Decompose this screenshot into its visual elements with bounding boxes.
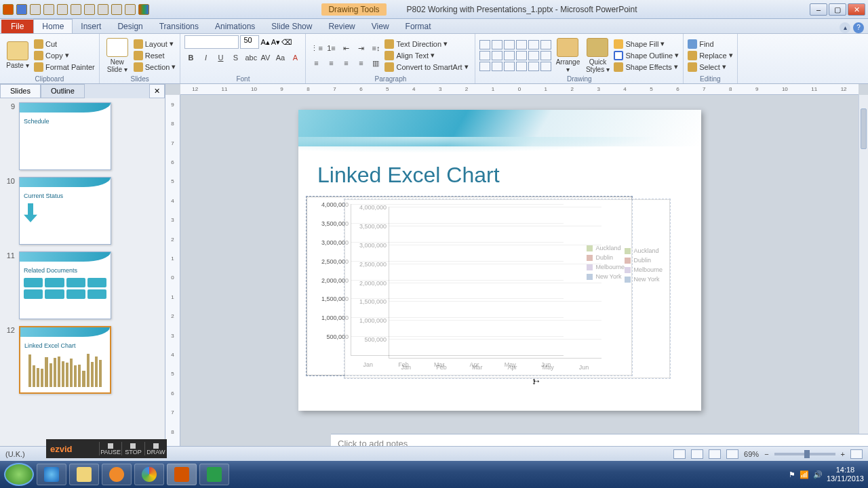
shrink-font-icon[interactable]: A▾ <box>271 38 280 47</box>
tab-review[interactable]: Review <box>320 20 363 33</box>
slide-thumbnail[interactable]: Schedule <box>19 102 111 170</box>
tray-flag-icon[interactable]: ⚑ <box>789 470 795 479</box>
paste-button[interactable]: Paste ▾ <box>4 41 31 69</box>
recorder-pause-button[interactable]: PAUSE <box>99 442 121 455</box>
strikethrough-button[interactable]: S <box>229 52 241 64</box>
spelling-icon[interactable] <box>125 4 136 15</box>
sorter-view-button[interactable] <box>691 449 703 459</box>
numbering-button[interactable]: 1≡ <box>325 42 337 54</box>
align-left-button[interactable]: ≡ <box>310 57 322 69</box>
minimize-button[interactable]: – <box>810 3 827 16</box>
select-button[interactable]: Select ▾ <box>688 62 732 73</box>
clear-format-icon[interactable]: ⌫ <box>281 38 292 47</box>
replace-button[interactable]: Replace ▾ <box>688 50 732 61</box>
font-color-button[interactable]: A <box>289 52 301 64</box>
tab-home[interactable]: Home <box>33 19 73 33</box>
taskbar-excel[interactable] <box>199 464 229 485</box>
open-icon[interactable] <box>71 4 81 15</box>
zoom-in-button[interactable]: + <box>841 450 845 458</box>
fit-window-button[interactable] <box>850 449 863 459</box>
taskbar-explorer[interactable] <box>69 464 99 485</box>
zoom-level[interactable]: 69% <box>744 450 759 458</box>
shadow-button[interactable]: abc <box>244 52 256 64</box>
minimize-ribbon-icon[interactable]: ▴ <box>840 22 850 33</box>
tab-slide-show[interactable]: Slide Show <box>263 20 320 33</box>
recorder-stop-button[interactable]: STOP <box>121 442 144 455</box>
tab-transitions[interactable]: Transitions <box>151 20 207 33</box>
preview-icon[interactable] <box>111 4 122 15</box>
slide-thumbnail[interactable]: Linked Excel Chart <box>19 326 111 394</box>
cut-button[interactable]: Cut <box>34 39 95 49</box>
start-button[interactable] <box>4 463 34 486</box>
quickprint-icon[interactable] <box>98 4 108 15</box>
help-icon[interactable]: ? <box>853 22 864 33</box>
tab-outline[interactable]: Outline <box>41 84 85 98</box>
slide-canvas[interactable]: 1211109876543210123456789101112 98765432… <box>165 84 868 461</box>
email-icon[interactable] <box>84 4 95 15</box>
redo-icon[interactable] <box>43 4 54 15</box>
file-tab[interactable]: File <box>1 20 33 33</box>
underline-button[interactable]: U <box>214 52 226 64</box>
taskbar-media[interactable] <box>102 464 132 485</box>
thumbnail-list[interactable]: 9 Schedule 10 Current Status 11 Related … <box>0 98 165 461</box>
close-button[interactable]: ✕ <box>848 3 865 16</box>
font-name-select[interactable] <box>184 35 239 49</box>
tray-network-icon[interactable]: 📶 <box>800 470 809 479</box>
new-icon[interactable] <box>57 4 68 15</box>
slide-thumbnail[interactable]: Related Documents <box>19 251 111 319</box>
maximize-button[interactable]: ▢ <box>829 3 846 16</box>
normal-view-button[interactable] <box>673 449 686 459</box>
section-button[interactable]: Section ▾ <box>134 62 176 73</box>
slideshow-view-button[interactable] <box>726 449 738 459</box>
bold-button[interactable]: B <box>184 52 197 64</box>
char-spacing-button[interactable]: AV <box>259 52 271 64</box>
status-language[interactable]: (U.K.) <box>5 450 25 458</box>
quick-styles-button[interactable]: Quick Styles ▾ <box>584 38 611 73</box>
tab-view[interactable]: View <box>363 20 397 33</box>
taskbar-ie[interactable] <box>37 464 66 485</box>
reading-view-button[interactable] <box>709 449 721 459</box>
bullets-button[interactable]: ⋮≡ <box>310 42 322 54</box>
zoom-out-button[interactable]: − <box>764 450 768 458</box>
shape-outline-button[interactable]: Shape Outline ▾ <box>614 50 679 61</box>
save-icon[interactable] <box>16 4 27 15</box>
align-center-button[interactable]: ≡ <box>325 57 337 69</box>
justify-button[interactable]: ≡ <box>355 57 367 69</box>
new-slide-button[interactable]: New Slide ▾ <box>104 38 131 73</box>
arrange-button[interactable]: Arrange ▾ <box>554 38 581 73</box>
tray-volume-icon[interactable]: 🔊 <box>813 470 823 479</box>
tab-format[interactable]: Format <box>397 20 439 33</box>
layout-button[interactable]: Layout ▾ <box>134 39 176 49</box>
chart-icon[interactable] <box>138 4 149 15</box>
shape-fill-button[interactable]: Shape Fill ▾ <box>614 39 679 49</box>
align-text-button[interactable]: Align Text ▾ <box>384 50 468 61</box>
shape-effects-button[interactable]: Shape Effects ▾ <box>614 62 679 73</box>
italic-button[interactable]: I <box>199 52 212 64</box>
grow-font-icon[interactable]: A▴ <box>260 38 269 47</box>
change-case-button[interactable]: Aa <box>274 52 286 64</box>
vertical-scrollbar[interactable] <box>859 95 868 461</box>
line-spacing-button[interactable]: ≡↕ <box>370 42 382 54</box>
slide-thumbnail[interactable]: Current Status <box>19 177 111 245</box>
reset-button[interactable]: Reset <box>134 50 176 61</box>
taskbar-clock[interactable]: 14:1813/11/2013 <box>827 466 864 483</box>
smartart-button[interactable]: Convert to SmartArt ▾ <box>384 62 468 73</box>
increase-indent-button[interactable]: ⇥ <box>355 42 367 54</box>
tab-slides[interactable]: Slides <box>0 84 41 98</box>
columns-button[interactable]: ▥ <box>370 57 382 69</box>
align-right-button[interactable]: ≡ <box>340 57 352 69</box>
slide-title[interactable]: Linked Excel Chart <box>317 163 701 188</box>
taskbar-chrome[interactable] <box>134 464 164 485</box>
close-panel-icon[interactable]: ✕ <box>149 84 165 98</box>
zoom-slider[interactable] <box>774 453 835 455</box>
find-button[interactable]: Find <box>688 39 732 49</box>
taskbar[interactable]: ⚑ 📶 🔊 14:1813/11/2013 <box>0 461 868 488</box>
text-direction-button[interactable]: Text Direction ▾ <box>384 39 468 49</box>
tab-animations[interactable]: Animations <box>207 20 263 33</box>
slide[interactable]: Linked Excel Chart 500,0001,000,0001,500… <box>298 110 701 411</box>
copy-button[interactable]: Copy ▾ <box>34 50 95 61</box>
decrease-indent-button[interactable]: ⇤ <box>340 42 352 54</box>
recorder-draw-button[interactable]: DRAW <box>144 442 167 455</box>
system-tray[interactable]: ⚑ 📶 🔊 14:1813/11/2013 <box>789 466 864 483</box>
undo-icon[interactable] <box>30 4 41 15</box>
